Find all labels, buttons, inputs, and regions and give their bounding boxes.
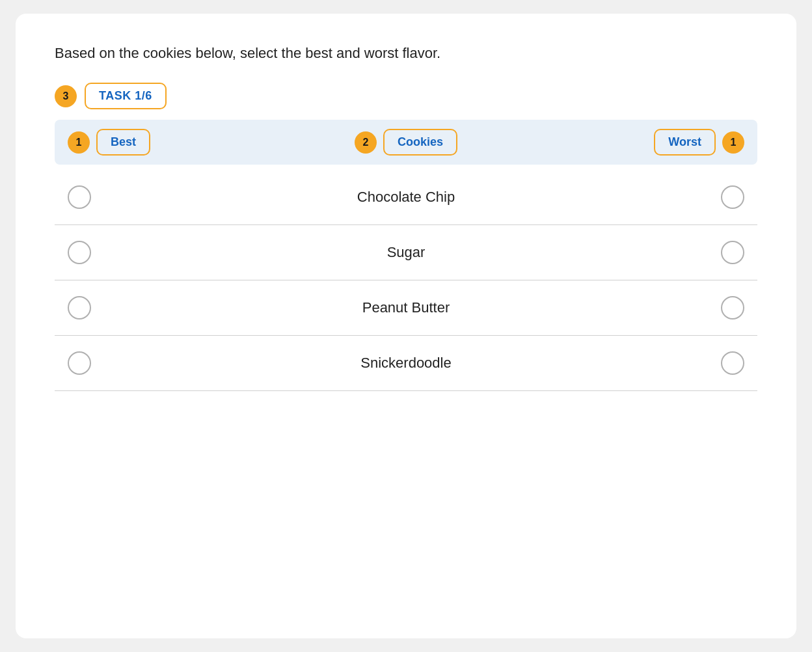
worst-radio-1[interactable] [721, 241, 744, 264]
table-row: Peanut Butter [55, 280, 757, 336]
best-label: Best [96, 129, 150, 156]
worst-group: Worst 1 [654, 129, 744, 156]
worst-badge-number: 1 [722, 131, 744, 154]
cookies-label: Cookies [383, 129, 457, 156]
table-row: Chocolate Chip [55, 170, 757, 225]
worst-radio-3[interactable] [721, 351, 744, 375]
best-radio-2[interactable] [68, 296, 91, 319]
best-radio-3[interactable] [68, 351, 91, 375]
header-row: 1 Best 2 Cookies Worst 1 [55, 120, 757, 165]
cookies-badge-number: 2 [355, 131, 377, 154]
task-label: TASK 1/6 [85, 83, 167, 109]
cookie-name-3: Snickerdoodle [91, 355, 721, 372]
best-radio-1[interactable] [68, 241, 91, 264]
main-card: Based on the cookies below, select the b… [16, 14, 796, 638]
worst-radio-0[interactable] [721, 185, 744, 209]
instruction-text: Based on the cookies below, select the b… [55, 45, 757, 62]
worst-radio-2[interactable] [721, 296, 744, 319]
task-badge-number: 3 [55, 85, 77, 107]
cookie-table: Chocolate ChipSugarPeanut ButterSnickerd… [55, 170, 757, 391]
task-badge-row: 3 TASK 1/6 [55, 83, 757, 109]
worst-label: Worst [654, 129, 716, 156]
best-radio-0[interactable] [68, 185, 91, 209]
table-row: Snickerdoodle [55, 336, 757, 391]
cookies-group: 2 Cookies [355, 129, 457, 156]
cookie-name-2: Peanut Butter [91, 299, 721, 316]
best-badge-number: 1 [68, 131, 90, 154]
best-group: 1 Best [68, 129, 150, 156]
cookie-name-1: Sugar [91, 244, 721, 261]
cookie-name-0: Chocolate Chip [91, 189, 721, 206]
table-row: Sugar [55, 225, 757, 280]
